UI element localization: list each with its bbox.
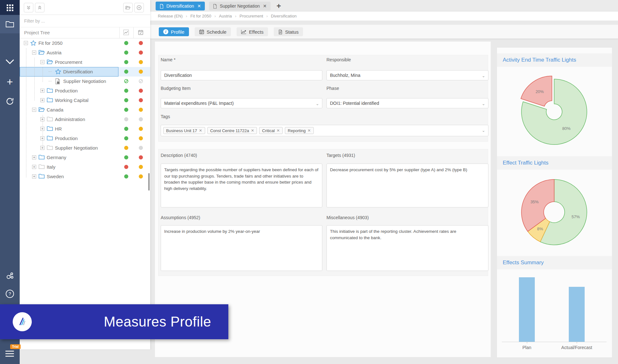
- tree-item-administration[interactable]: +Administration: [20, 115, 150, 124]
- traffic-light-yellow: [139, 136, 143, 140]
- open-project-button[interactable]: [123, 3, 133, 12]
- expand-node-toggle[interactable]: +: [40, 127, 44, 131]
- breadcrumb-item[interactable]: Diversification: [271, 14, 297, 18]
- doc-lock-icon: [55, 78, 61, 84]
- tab-schedule[interactable]: Schedule: [195, 27, 231, 36]
- tree-item-germany[interactable]: +Germany: [20, 153, 150, 162]
- collapse-node-toggle[interactable]: −: [40, 60, 44, 64]
- remove-tag-icon[interactable]: ✕: [277, 128, 280, 133]
- tag-chip[interactable]: Reporting✕: [285, 127, 313, 134]
- remove-tag-icon[interactable]: ✕: [251, 128, 254, 133]
- traffic-light-red: [139, 41, 143, 45]
- trend-column-icon[interactable]: [123, 30, 129, 35]
- tags-field[interactable]: Business Unit 17✕Const Centre 11722a✕Cri…: [161, 125, 488, 136]
- tree-item-working-capital[interactable]: +Working Capital: [20, 96, 150, 105]
- traffic-light-gray: [139, 146, 143, 150]
- calendar-check-column-icon[interactable]: [138, 30, 144, 35]
- project-tree-panel: Project Tree −Fit for 2050−Austria−Procu…: [20, 0, 150, 349]
- document-tab[interactable]: Diversification✕: [156, 2, 205, 10]
- budgeting-item-select[interactable]: Material expenditures (P&L Impact) ⌄: [161, 98, 322, 108]
- document-tab-strip: Diversification✕Supplier Negotiation✕+: [150, 0, 618, 11]
- collapse-all-button[interactable]: [24, 3, 33, 12]
- traffic-light-green-slash: [124, 79, 128, 83]
- tree-item-supplier-negotiation[interactable]: +Supplier Negotiation: [20, 143, 150, 153]
- add-icon[interactable]: +: [0, 76, 20, 87]
- tag-chip[interactable]: Business Unit 17✕: [163, 127, 205, 134]
- close-icon[interactable]: ✕: [263, 3, 267, 9]
- miscellaneous-textarea[interactable]: This initiative is part of the reporting…: [326, 225, 488, 271]
- tree-item-production[interactable]: +Production: [20, 86, 150, 96]
- name-input[interactable]: [161, 70, 322, 80]
- collapse-node-toggle[interactable]: −: [24, 41, 28, 45]
- add-project-button[interactable]: [134, 3, 144, 12]
- breadcrumb-separator: ›: [214, 14, 216, 18]
- assumptions-textarea[interactable]: Increase in production volume by 2% year…: [161, 225, 322, 271]
- tree-item-label: Sweden: [47, 174, 64, 179]
- expand-node-toggle[interactable]: +: [40, 117, 44, 121]
- bar-category-label: Plan: [522, 345, 531, 350]
- info-icon: i: [163, 29, 168, 34]
- expand-node-toggle[interactable]: +: [40, 146, 44, 150]
- tab-effects[interactable]: Effects: [237, 27, 268, 36]
- tree-item-sweden[interactable]: +Sweden: [20, 172, 150, 181]
- expand-node-toggle[interactable]: +: [40, 98, 44, 102]
- phase-select[interactable]: DOI1: Potential identified ⌄: [326, 98, 488, 108]
- tree-connector: [49, 81, 52, 81]
- tree-item-diversification[interactable]: Diversification: [20, 67, 150, 77]
- tab-label: Supplier Negotiation: [220, 3, 260, 9]
- close-icon[interactable]: ✕: [197, 3, 201, 9]
- chevron-down-icon[interactable]: [0, 57, 20, 66]
- hamburger-menu-icon[interactable]: [5, 349, 14, 358]
- share-nodes-icon[interactable]: [0, 271, 20, 281]
- traffic-light-red: [139, 89, 143, 93]
- tree-item-production[interactable]: +Production: [20, 134, 150, 143]
- tree-filter-input[interactable]: [20, 15, 150, 27]
- expand-node-toggle[interactable]: +: [32, 155, 36, 159]
- tree-item-hr[interactable]: +HR: [20, 124, 150, 134]
- expand-node-toggle[interactable]: +: [32, 165, 36, 169]
- breadcrumb-item[interactable]: Release (EN): [158, 14, 183, 18]
- tag-chip[interactable]: Const Centre 11722a✕: [207, 127, 257, 134]
- tag-chip[interactable]: Critical✕: [259, 127, 283, 134]
- tree-item-canada[interactable]: −Canada: [20, 105, 150, 115]
- breadcrumb-item[interactable]: Fit for 2050: [190, 14, 211, 18]
- collapse-node-toggle[interactable]: −: [32, 51, 36, 55]
- folder-closed-icon: [47, 135, 53, 142]
- responsible-select[interactable]: Buchholz, Mina ⌄: [326, 70, 488, 80]
- expand-node-toggle[interactable]: +: [32, 174, 36, 179]
- description-textarea[interactable]: Targets regarding the possible number of…: [161, 164, 322, 207]
- tree-scrollbar-thumb[interactable]: [148, 173, 150, 191]
- tab-status[interactable]: Status: [274, 27, 303, 36]
- bar-category-label: Actual/Forecast: [561, 345, 592, 350]
- traffic-light-green: [124, 98, 128, 102]
- document-tab[interactable]: Supplier Negotiation✕: [209, 2, 271, 10]
- tree-item-italy[interactable]: +Italy: [20, 162, 150, 172]
- targets-textarea[interactable]: Decrease procurement cost by 5% per supp…: [326, 164, 488, 207]
- new-tab-button[interactable]: +: [277, 2, 281, 10]
- traffic-light-green: [124, 174, 128, 179]
- projects-folder-icon[interactable]: [0, 20, 20, 29]
- expand-all-button[interactable]: [35, 3, 44, 12]
- app-launcher-grid-icon[interactable]: [0, 3, 20, 12]
- tree-item-austria[interactable]: −Austria: [20, 48, 150, 57]
- breadcrumb-item[interactable]: Austria: [219, 14, 232, 18]
- trial-badge: Trial: [10, 344, 21, 349]
- remove-tag-icon[interactable]: ✕: [199, 128, 202, 133]
- breadcrumb-item[interactable]: Procurement: [239, 14, 263, 18]
- tree-item-fit-for-2050[interactable]: −Fit for 2050: [20, 38, 150, 48]
- tree-item-procurement[interactable]: −Procurement: [20, 57, 150, 67]
- expand-node-toggle[interactable]: +: [40, 136, 44, 140]
- tree-item-supplier-negotiation[interactable]: Supplier Negotiation: [20, 77, 150, 86]
- tab-profile[interactable]: iProfile: [159, 27, 189, 36]
- folder-closed-icon: [38, 173, 45, 180]
- folder-gray-icon: [47, 116, 53, 123]
- help-icon[interactable]: ?: [0, 288, 20, 299]
- svg-text:?: ?: [9, 291, 11, 296]
- expand-node-toggle[interactable]: +: [40, 89, 44, 93]
- traffic-light-green: [124, 60, 128, 64]
- tree-item-label: Supplier Negotiation: [63, 78, 106, 84]
- remove-tag-icon[interactable]: ✕: [307, 128, 311, 133]
- tab-label: Status: [285, 29, 299, 35]
- refresh-icon[interactable]: [0, 96, 20, 106]
- collapse-node-toggle[interactable]: −: [32, 108, 36, 112]
